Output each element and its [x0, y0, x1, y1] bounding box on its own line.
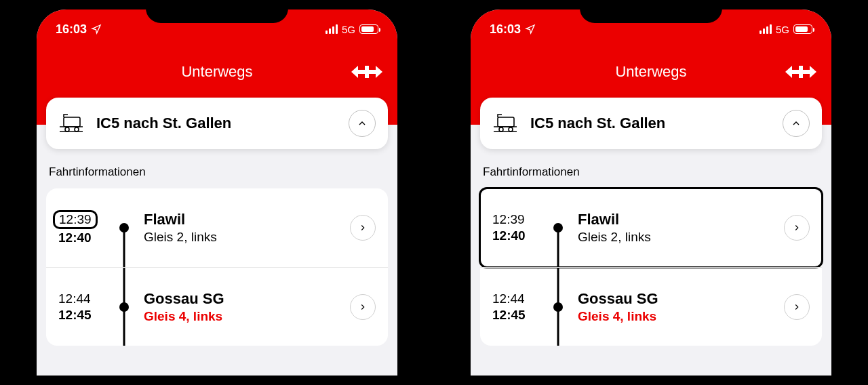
stop-detail-button[interactable]: [350, 294, 376, 320]
departure-time: 12:40: [492, 228, 541, 243]
section-label: Fahrtinformationen: [46, 149, 388, 188]
departure-time: 12:45: [492, 308, 541, 323]
stops-list: 12:39 12:40 Flawil Gleis 2, links: [480, 188, 822, 346]
notch: [146, 0, 288, 23]
stop-detail-button[interactable]: [784, 215, 810, 241]
train-icon: [58, 113, 84, 134]
svg-point-1: [65, 127, 69, 131]
page-title: Unterwegs: [615, 63, 686, 81]
phone-frame-right: 16:03 5G Unterwegs: [461, 0, 841, 385]
route-card[interactable]: IC5 nach St. Gallen: [46, 98, 388, 149]
timeline: [107, 279, 141, 335]
signal-icon: [760, 24, 772, 34]
network-label: 5G: [342, 24, 355, 35]
stop-track: Gleis 2, links: [144, 230, 350, 245]
stop-track: Gleis 2, links: [578, 230, 784, 245]
arrival-time-focused: 12:39: [53, 210, 98, 229]
stop-track-warning: Gleis 4, links: [144, 309, 350, 324]
status-time: 16:03: [490, 22, 521, 37]
chevron-right-icon: [792, 223, 802, 232]
chevron-up-icon: [357, 118, 368, 129]
stop-track-warning: Gleis 4, links: [578, 309, 784, 324]
departure-time: 12:45: [58, 308, 107, 323]
timeline: [541, 279, 575, 335]
timeline: [541, 199, 575, 256]
train-icon: [492, 113, 518, 134]
sbb-logo-icon: [785, 64, 816, 79]
stop-name: Flawil: [144, 211, 350, 228]
location-icon: [91, 24, 102, 35]
page-title: Unterwegs: [181, 63, 252, 81]
stop-detail-button[interactable]: [784, 294, 810, 320]
stop-detail-button[interactable]: [350, 215, 376, 241]
route-title: IC5 nach St. Gallen: [530, 115, 770, 132]
route-card[interactable]: IC5 nach St. Gallen: [480, 98, 822, 149]
arrival-time: 12:39: [492, 212, 541, 227]
signal-icon: [326, 24, 338, 34]
status-time: 16:03: [56, 22, 87, 37]
chevron-right-icon: [358, 223, 368, 232]
arrival-time: 12:44: [492, 291, 541, 306]
location-icon: [525, 24, 536, 35]
stop-name: Gossau SG: [144, 290, 350, 308]
arrival-time: 12:44: [58, 291, 107, 306]
stop-row[interactable]: 12:44 12:45 Gossau SG Gleis 4, links: [480, 267, 822, 346]
stops-list: 12:39 12:40 Flawil Gleis 2, links: [46, 188, 388, 346]
stop-row[interactable]: 12:39 12:40 Flawil Gleis 2, links: [46, 188, 388, 267]
stop-row[interactable]: 12:44 12:45 Gossau SG Gleis 4, links: [46, 267, 388, 346]
svg-point-2: [75, 127, 79, 131]
collapse-button[interactable]: [349, 110, 376, 137]
screen: 16:03 5G Unterwegs: [37, 9, 397, 376]
battery-icon: [359, 24, 378, 34]
phone-frame-left: 16:03 5G Unterwegs: [27, 0, 407, 385]
chevron-up-icon: [791, 118, 802, 129]
chevron-right-icon: [358, 302, 368, 312]
stop-row-focused[interactable]: 12:39 12:40 Flawil Gleis 2, links: [480, 188, 822, 267]
app-header: Unterwegs: [471, 46, 831, 98]
svg-rect-3: [498, 117, 514, 127]
chevron-right-icon: [792, 302, 802, 312]
timeline: [107, 199, 141, 256]
screen: 16:03 5G Unterwegs: [471, 9, 831, 376]
route-title: IC5 nach St. Gallen: [96, 115, 336, 132]
app-header: Unterwegs: [37, 46, 397, 98]
sbb-logo-icon: [351, 64, 382, 79]
collapse-button[interactable]: [783, 110, 810, 137]
battery-icon: [793, 24, 812, 34]
network-label: 5G: [776, 24, 789, 35]
stop-name: Flawil: [578, 211, 784, 228]
stop-name: Gossau SG: [578, 290, 784, 308]
departure-time: 12:40: [58, 230, 107, 245]
svg-point-4: [499, 127, 503, 131]
svg-point-5: [509, 127, 513, 131]
notch: [580, 0, 722, 23]
section-label: Fahrtinformationen: [480, 149, 822, 188]
svg-rect-0: [64, 117, 80, 127]
